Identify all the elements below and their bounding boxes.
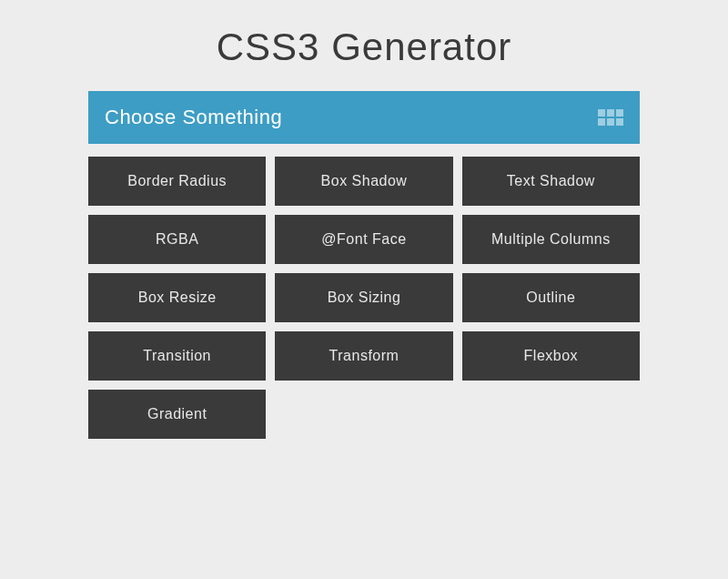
- tile-label: Box Resize: [138, 290, 217, 306]
- tile-rgba[interactable]: RGBA: [88, 215, 266, 264]
- tile-label: Outline: [526, 290, 575, 306]
- tile-label: Multiple Columns: [491, 231, 611, 248]
- page-title: CSS3 Generator: [0, 0, 728, 91]
- tile-label: Transition: [143, 348, 211, 364]
- tile-transition[interactable]: Transition: [88, 331, 266, 381]
- tile-label: Text Shadow: [507, 173, 595, 189]
- tile-label: @Font Face: [321, 231, 406, 248]
- grid-icon[interactable]: [598, 109, 623, 126]
- tile-label: Box Sizing: [328, 290, 401, 306]
- tile-border-radius[interactable]: Border Radius: [88, 157, 266, 206]
- header-label: Choose Something: [105, 106, 282, 129]
- app-container: CSS3 Generator Choose Something Border R…: [0, 0, 728, 439]
- tile-label: Gradient: [147, 406, 207, 422]
- tile-font-face[interactable]: @Font Face: [275, 215, 452, 264]
- header-bar[interactable]: Choose Something: [88, 91, 640, 144]
- tile-outline[interactable]: Outline: [462, 273, 640, 322]
- tile-label: Box Shadow: [321, 173, 408, 189]
- tile-transform[interactable]: Transform: [275, 331, 452, 381]
- tile-gradient[interactable]: Gradient: [88, 390, 266, 439]
- tile-label: Transform: [329, 348, 399, 364]
- tile-box-sizing[interactable]: Box Sizing: [275, 273, 452, 322]
- tile-text-shadow[interactable]: Text Shadow: [462, 157, 640, 206]
- tile-flexbox[interactable]: Flexbox: [462, 331, 640, 381]
- tile-box-shadow[interactable]: Box Shadow: [275, 157, 452, 206]
- tile-multiple-columns[interactable]: Multiple Columns: [462, 215, 640, 264]
- tiles-grid: Border Radius Box Shadow Text Shadow RGB…: [88, 157, 640, 439]
- tile-label: Border Radius: [127, 173, 227, 189]
- tile-box-resize[interactable]: Box Resize: [88, 273, 266, 322]
- tile-label: Flexbox: [524, 348, 579, 364]
- tile-label: RGBA: [156, 231, 198, 248]
